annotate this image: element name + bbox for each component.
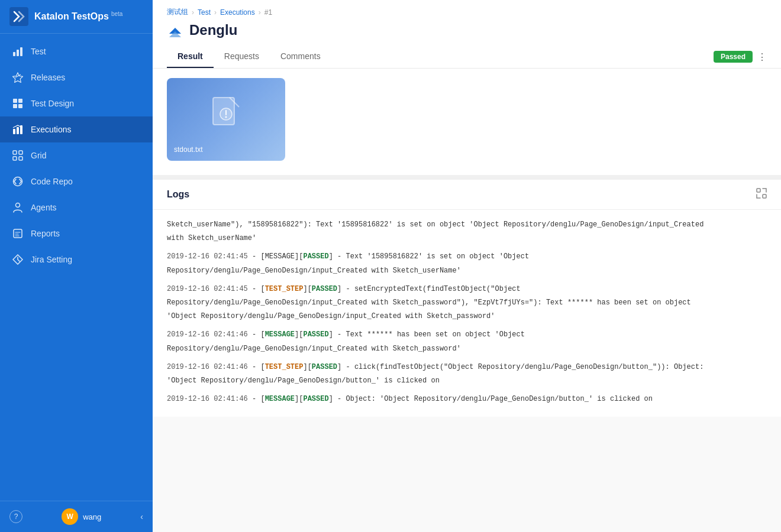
svg-rect-8 bbox=[13, 129, 15, 134]
log-entry-1-line1: 2019-12-16 02:41:45 - [MESSAGE][PASSED] … bbox=[167, 251, 767, 262]
page-title-row: Denglu bbox=[167, 22, 767, 46]
svg-rect-2 bbox=[17, 50, 19, 56]
svg-point-16 bbox=[16, 203, 20, 207]
svg-rect-14 bbox=[19, 157, 22, 160]
svg-rect-1 bbox=[13, 52, 15, 56]
sidebar-item-test[interactable]: Test bbox=[0, 38, 153, 64]
svg-rect-12 bbox=[19, 151, 22, 154]
logs-title: Logs bbox=[167, 189, 189, 200]
svg-rect-21 bbox=[757, 189, 760, 192]
sidebar-item-label-releases: Releases bbox=[31, 73, 65, 82]
breadcrumb-sep-1: › bbox=[192, 8, 194, 17]
breadcrumb: 测试组 › Test › Executions › #1 bbox=[167, 7, 767, 17]
code-repo-icon bbox=[12, 176, 24, 187]
logs-section: Logs Sketch_userName"), "15895816822"): … bbox=[153, 180, 781, 417]
sidebar-item-label-executions: Executions bbox=[31, 125, 71, 134]
log-entry-0-line2: with Sketch_userName' bbox=[167, 233, 767, 244]
expand-logs-button[interactable] bbox=[756, 188, 767, 201]
expand-header-button[interactable]: ⋮ bbox=[757, 51, 767, 63]
sidebar-item-label-code-repo: Code Repo bbox=[31, 177, 73, 186]
tabs-row: Result Requests Comments Passed ⋮ bbox=[167, 46, 767, 68]
sidebar-item-label-reports: Reports bbox=[31, 229, 60, 238]
releases-icon bbox=[12, 72, 24, 83]
svg-rect-7 bbox=[18, 104, 22, 108]
help-button[interactable]: ? bbox=[9, 510, 22, 523]
log-entry-3-line1: 2019-12-16 02:41:46 - [MESSAGE][PASSED] … bbox=[167, 329, 767, 340]
log-entry-3-line2: Repository/denglu/Page_GenoDesign/input_… bbox=[167, 343, 767, 355]
sidebar-item-code-repo[interactable]: Code Repo bbox=[0, 168, 153, 194]
breadcrumb-executions[interactable]: Executions bbox=[220, 8, 255, 17]
page-title: Denglu bbox=[189, 22, 237, 38]
tab-result[interactable]: Result bbox=[167, 46, 214, 68]
svg-rect-22 bbox=[763, 194, 766, 198]
sidebar-item-grid[interactable]: Grid bbox=[0, 142, 153, 168]
sidebar-bottom: ? W wang ‹ bbox=[0, 501, 153, 532]
sidebar-item-test-design[interactable]: Test Design bbox=[0, 90, 153, 116]
user-info: W wang bbox=[62, 508, 101, 525]
sidebar-item-label-grid: Grid bbox=[31, 151, 46, 160]
status-badge: Passed bbox=[714, 51, 753, 63]
logs-content: Sketch_userName"), "15895816822"): Text … bbox=[153, 210, 781, 417]
page-header: 测试组 › Test › Executions › #1 Denglu Resu… bbox=[153, 0, 781, 69]
file-card-section: stdout.txt bbox=[153, 69, 781, 180]
log-entry-2-line2: Repository/denglu/Page_GenoDesign/input_… bbox=[167, 297, 767, 309]
logs-header: Logs bbox=[153, 180, 781, 210]
tab-requests[interactable]: Requests bbox=[214, 46, 270, 68]
test-icon bbox=[12, 46, 24, 57]
breadcrumb-sep-3: › bbox=[259, 8, 261, 17]
logo-area: Katalon TestOpsbeta bbox=[0, 0, 153, 34]
svg-rect-13 bbox=[13, 157, 17, 160]
main-content: 测试组 › Test › Executions › #1 Denglu Resu… bbox=[153, 0, 781, 532]
grid-icon bbox=[12, 150, 24, 161]
breadcrumb-test[interactable]: Test bbox=[198, 8, 211, 17]
sidebar: Katalon TestOpsbeta Test Release bbox=[0, 0, 153, 532]
avatar: W bbox=[62, 508, 78, 525]
log-entry-5-line1: 2019-12-16 02:41:46 - [MESSAGE][PASSED] … bbox=[167, 394, 767, 405]
page-title-icon bbox=[167, 25, 183, 42]
svg-rect-17 bbox=[14, 229, 22, 238]
sidebar-item-label-test-design: Test Design bbox=[31, 99, 74, 108]
logo-text: Katalon TestOpsbeta bbox=[34, 11, 122, 22]
file-card-name: stdout.txt bbox=[174, 145, 203, 154]
breadcrumb-group[interactable]: 测试组 bbox=[167, 7, 188, 17]
sidebar-item-label-jira-setting: Jira Setting bbox=[31, 255, 72, 264]
content-area: stdout.txt Logs Sketch_userName"), "1589… bbox=[153, 69, 781, 532]
log-entry-4-line1: 2019-12-16 02:41:46 - [TEST_STEP][PASSED… bbox=[167, 362, 767, 373]
jira-icon bbox=[12, 254, 24, 265]
log-entry-2-line3: 'Object Repository/denglu/Page_GenoDesig… bbox=[167, 311, 767, 322]
tab-comments[interactable]: Comments bbox=[270, 46, 331, 68]
sidebar-item-releases[interactable]: Releases bbox=[0, 64, 153, 90]
log-entry-4-line2: 'Object Repository/denglu/Page_GenoDesig… bbox=[167, 375, 767, 387]
executions-icon bbox=[12, 124, 24, 135]
svg-rect-5 bbox=[18, 99, 22, 103]
sidebar-item-reports[interactable]: Reports bbox=[0, 220, 153, 246]
log-entry-2-line1: 2019-12-16 02:41:45 - [TEST_STEP][PASSED… bbox=[167, 284, 767, 295]
log-entry-0-line1: Sketch_userName"), "15895816822"): Text … bbox=[167, 219, 767, 231]
svg-rect-9 bbox=[17, 127, 19, 134]
sidebar-item-agents[interactable]: Agents bbox=[0, 194, 153, 220]
file-warning-icon bbox=[212, 96, 240, 135]
collapse-sidebar-button[interactable]: ‹ bbox=[140, 512, 143, 521]
svg-point-20 bbox=[225, 116, 227, 118]
reports-icon bbox=[12, 228, 24, 239]
sidebar-item-executions[interactable]: Executions bbox=[0, 116, 153, 142]
katalon-logo-icon bbox=[9, 7, 28, 26]
svg-rect-3 bbox=[20, 47, 22, 56]
svg-rect-4 bbox=[13, 99, 17, 103]
sidebar-nav: Test Releases Test Design bbox=[0, 34, 153, 501]
sidebar-item-label-test: Test bbox=[31, 47, 46, 56]
log-entry-1-line2: Repository/denglu/Page_GenoDesign/input_… bbox=[167, 265, 767, 277]
sidebar-item-jira-setting[interactable]: Jira Setting bbox=[0, 246, 153, 273]
breadcrumb-sep-2: › bbox=[214, 8, 217, 17]
sidebar-item-label-agents: Agents bbox=[31, 203, 57, 212]
file-card-stdout[interactable]: stdout.txt bbox=[167, 78, 285, 161]
svg-rect-11 bbox=[13, 151, 17, 154]
breadcrumb-current: #1 bbox=[264, 8, 272, 17]
test-design-icon bbox=[12, 98, 24, 109]
username-label: wang bbox=[83, 512, 101, 521]
svg-rect-6 bbox=[13, 104, 17, 108]
agents-icon bbox=[12, 202, 24, 213]
